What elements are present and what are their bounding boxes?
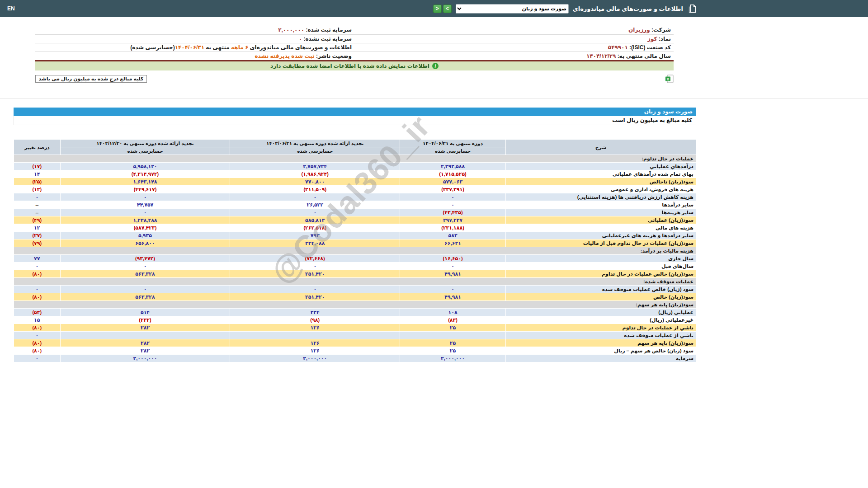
value-cell: ۲۵۱,۴۲۰	[230, 270, 400, 278]
row-description: سود (زیان) خالص هر سهم – ریال	[506, 347, 696, 355]
section-header-row: هزینه مالیات بر درآمد:	[14, 247, 696, 255]
row-description: عملیاتي (ریال)	[506, 309, 696, 316]
value-cell: ۱,۶۴۳,۱۴۸	[60, 178, 230, 186]
en-language-link[interactable]: EN	[7, 5, 15, 12]
row-description: سود(زیان) عملیاتي	[506, 216, 696, 224]
value-cell: (۵۸۷,۴۲۳)	[60, 224, 230, 232]
value-cell: ۲,۰۰۰,۰۰۰	[400, 355, 506, 362]
statement-table-holder: @Codal360_ir شرح دوره منتهی به ۱۴۰۴/۰۶/۳…	[14, 139, 696, 362]
table-row: سرمایه۲,۰۰۰,۰۰۰۲,۰۰۰,۰۰۰۲,۰۰۰,۰۰۰۰	[14, 355, 696, 362]
row-description: هزینه های مالی	[506, 224, 696, 232]
profit-loss-table: شرح دوره منتهی به ۱۴۰۴/۰۶/۳۱ تجدید ارائه…	[14, 139, 696, 362]
row-description: ناشي از عملیات در حال تداوم	[506, 324, 696, 332]
percent-change-cell: (۵۲)	[14, 309, 61, 316]
table-row: بهای تمام شده درآمدهای عملیاتی(۱,۷۱۵,۵۲۵…	[14, 170, 696, 178]
col-subheader-audited: حسابرسی شده	[60, 147, 230, 155]
table-row: سال جاری(۱۶,۶۵۰)(۷۲,۶۶۸)(۹۳,۴۷۲)۷۷	[14, 255, 696, 263]
row-description: سود(زیان) پایه هر سهم	[506, 339, 696, 347]
value-cell: ۰	[400, 201, 506, 209]
row-description: بهای تمام شده درآمدهای عملیاتی	[506, 170, 696, 178]
table-row: سود(زیان) خالص عملیات در حال تداوم۴۹,۹۸۱…	[14, 270, 696, 278]
value-cell: ۱,۲۳۸,۲۸۸	[60, 216, 230, 224]
value-cell	[400, 332, 506, 339]
value-cell: (۹۸)	[230, 316, 400, 324]
value-cell: ۲۵۱,۴۲۰	[230, 293, 400, 301]
value-cell: ۶۶,۶۳۱	[400, 239, 506, 247]
percent-change-cell: --	[14, 209, 61, 216]
value-cell: (۲۶۲,۵۱۸)	[230, 224, 400, 232]
statement-select[interactable]: صورت سود و زیان	[456, 4, 569, 14]
value-cell: ۴۹,۹۸۱	[400, 293, 506, 301]
period-audited: (حسابرسی شده)	[130, 44, 175, 51]
percent-change-cell: ۱۵	[14, 316, 61, 324]
value-cell: ۲۲۴	[230, 309, 400, 316]
percent-change-cell: (۸۰)	[14, 270, 61, 278]
signed-data-notice: i اطلاعات نمایش داده شده با اطلاعات امضا…	[35, 61, 674, 70]
row-description: درآمدهاي عملياتي	[506, 163, 696, 170]
percent-change-cell: (۱۲)	[14, 186, 61, 193]
value-cell: ۰	[60, 209, 230, 216]
row-description: هزینه کاهش ارزش دریافتنی ها (هزینه استثن…	[506, 193, 696, 201]
value-cell: ۱۲۶	[230, 347, 400, 355]
value-cell: ۴۴,۷۵۷	[60, 201, 230, 209]
value-cell: ۵۱۴	[60, 309, 230, 316]
percent-change-cell: ۰	[14, 193, 61, 201]
col-header-period-prior: تجدید ارائه شده دوره منتهی به ۱۴۰۳/۰۶/۳۱	[230, 140, 400, 147]
percent-change-cell: (۴۹)	[14, 216, 61, 224]
fiscal-year-label: سال مالی منتهی به:	[618, 53, 671, 59]
value-cell: (۲۱۱,۵۰۹)	[230, 186, 400, 193]
row-description: سال‌های قبل	[506, 263, 696, 270]
statement-section: صورت سود و زیان کلیه مبالغ به میلیون ریا…	[14, 108, 696, 362]
row-description: سود (زیان) خالص عملیات متوقف شده	[506, 286, 696, 293]
percent-change-cell: --	[14, 201, 61, 209]
svg-text:X: X	[667, 77, 670, 81]
period-end-date: ۱۴۰۴/۰۶/۳۱	[175, 44, 204, 51]
value-cell: ۰	[60, 263, 230, 270]
percent-change-cell: (۸۰)	[14, 347, 61, 355]
value-cell: (۸۳)	[400, 316, 506, 324]
statement-subtitle: کلیه مبالغ به میلیون ریال است	[14, 116, 696, 125]
table-row: سایر درآمدها۰۲۶,۵۲۲۴۴,۷۵۷--	[14, 201, 696, 209]
value-cell: ۶۵۶,۸۰۰	[60, 239, 230, 247]
value-cell: (۱,۷۱۵,۵۲۵)	[400, 170, 506, 178]
col-header-period-annual: تجدید ارائه شده دوره منتهی به ۱۴۰۳/۱۲/۳۰	[60, 140, 230, 147]
value-cell: ۱۲۶	[230, 324, 400, 332]
percent-change-cell: (۱۷)	[14, 163, 61, 170]
value-cell: ۵,۹۳۵	[60, 232, 230, 239]
table-row: سود(زیان) ناخالص۵۷۷,۰۶۳۷۷۰,۸۰۰۱,۶۴۳,۱۴۸(…	[14, 178, 696, 186]
symbol-value: کوز	[647, 36, 657, 42]
isic-value: ۵۴۹۹۰۱	[608, 44, 628, 51]
percent-change-cell: (۲۷)	[14, 232, 61, 239]
table-row: سود(زیان) پایه هر سهم۲۵۱۲۶۲۸۲(۸۰)	[14, 339, 696, 347]
table-row: سود (زیان) خالص عملیات متوقف شده۰۰۰۰	[14, 286, 696, 293]
value-cell	[60, 332, 230, 339]
value-cell: ۲۸۲	[60, 339, 230, 347]
nav-back-button[interactable]: <	[433, 5, 442, 13]
table-row: هزینه کاهش ارزش دریافتنی ها (هزینه استثن…	[14, 193, 696, 201]
percent-change-cell: (۲۵)	[14, 178, 61, 186]
value-cell: ۱۰۸	[400, 309, 506, 316]
percent-change-cell: ۰	[14, 286, 61, 293]
value-cell: ۲۸۲	[60, 347, 230, 355]
value-cell: ۲۹۷,۲۳۷	[400, 216, 506, 224]
value-cell: ۲,۷۵۷,۷۲۴	[230, 163, 400, 170]
excel-export-icon[interactable]: X	[665, 75, 674, 83]
value-cell: ۵۸۲	[400, 232, 506, 239]
table-row: هزینه های فروش، اداری و عمومی(۲۳۷,۳۹۱)(۲…	[14, 186, 696, 193]
page-title: اطلاعات و صورت‌های مالی میاندوره‌ای	[573, 5, 683, 12]
value-cell: ۰	[400, 263, 506, 270]
period-text-mid: منتهی به	[204, 44, 231, 51]
section-header-row: سود(زیان) پایه هر سهم:	[14, 301, 696, 309]
value-cell: ۲,۰۰۰,۰۰۰	[230, 355, 400, 362]
nav-forward-button[interactable]: >	[443, 5, 452, 13]
section-header-row: عملیات متوقف شده:	[14, 278, 696, 286]
report-icon	[687, 4, 697, 14]
section-header: سود(زیان) پایه هر سهم:	[14, 301, 696, 309]
section-header: عملیات متوقف شده:	[14, 278, 696, 286]
row-description: سود(زیان) عملیات در حال تداوم قبل از مال…	[506, 239, 696, 247]
period-field: اطلاعات و صورت‌های مالی میاندوره‌ای ۶ ما…	[35, 43, 354, 52]
section-header: هزینه مالیات بر درآمد:	[14, 247, 696, 255]
value-cell: ۴۹,۹۸۱	[400, 270, 506, 278]
value-cell: ۷۹۳	[230, 232, 400, 239]
fiscal-year-field: سال مالی منتهی به: ۱۴۰۴/۱۲/۲۹	[354, 52, 674, 60]
